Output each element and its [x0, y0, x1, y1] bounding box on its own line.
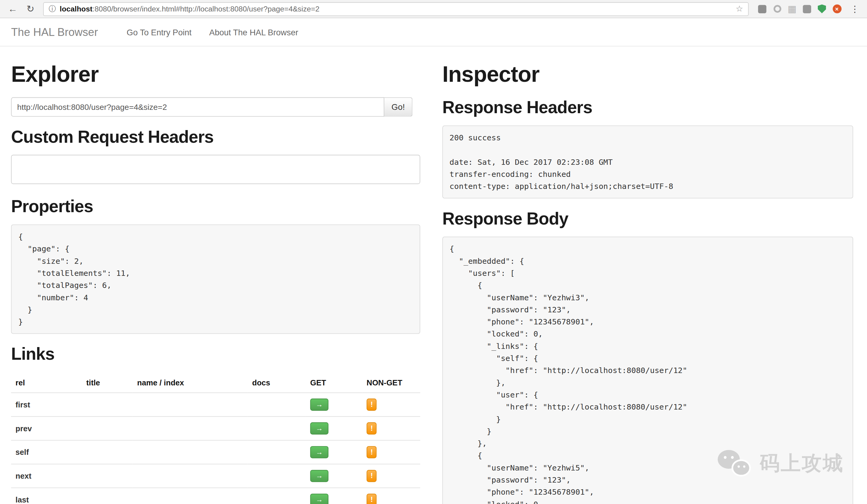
links-table-header: rel title name / index docs GET NON-GET [11, 373, 420, 393]
app-navbar: The HAL Browser Go To Entry Point About … [0, 18, 867, 46]
inspector-title: Inspector [442, 62, 853, 86]
properties-title: Properties [11, 196, 420, 217]
cell-title [82, 440, 133, 464]
cell-non-get: ! [362, 393, 420, 417]
cell-non-get: ! [362, 440, 420, 464]
link-rel-first: first [11, 393, 82, 417]
extension-square-icon [803, 5, 811, 13]
get-arrow-button[interactable]: → [310, 493, 329, 504]
cell-name-index [133, 416, 248, 440]
link-rel-self: self [11, 440, 82, 464]
cell-get: → [306, 464, 362, 488]
inspector-panel: Inspector Response Headers 200 success d… [442, 46, 853, 504]
shield-icon [818, 4, 826, 13]
response-body-title: Response Body [442, 208, 853, 229]
cell-name-index [133, 464, 248, 488]
brand-title: The HAL Browser [11, 26, 98, 38]
extension-circle-icon [773, 5, 781, 13]
back-icon[interactable]: ← [6, 4, 20, 13]
nav-link-about[interactable]: About The HAL Browser [209, 28, 298, 37]
url-text[interactable]: localhost:8080/browser/index.html#http:/… [60, 5, 732, 13]
links-title: Links [11, 344, 420, 365]
cell-non-get: ! [362, 464, 420, 488]
cell-name-index [133, 393, 248, 417]
nav-link-entry-point[interactable]: Go To Entry Point [127, 28, 192, 37]
browser-toolbar: ← ↻ ⓘ localhost:8080/browser/index.html#… [0, 0, 867, 18]
cell-get: → [306, 393, 362, 417]
close-circle-icon: × [833, 4, 841, 13]
cell-name-index [133, 440, 248, 464]
non-get-button[interactable]: ! [366, 446, 377, 458]
non-get-button[interactable]: ! [366, 398, 377, 410]
non-get-button[interactable]: ! [366, 422, 377, 434]
cell-docs [248, 464, 306, 488]
link-rel-last: last [11, 488, 82, 504]
get-arrow-button[interactable]: → [310, 446, 329, 458]
column-header-name-index: name / index [133, 373, 248, 393]
extension-shield-icon[interactable] [817, 4, 826, 13]
extension-close-icon[interactable]: × [832, 4, 842, 13]
non-get-button[interactable]: ! [366, 470, 377, 482]
non-get-button[interactable]: ! [366, 493, 377, 504]
link-rel-next: next [11, 464, 82, 488]
cell-title [82, 416, 133, 440]
page: ← ↻ ⓘ localhost:8080/browser/index.html#… [0, 0, 867, 504]
cell-title [82, 393, 133, 417]
response-headers-title: Response Headers [442, 97, 853, 118]
explorer-panel: Explorer Go! Custom Request Headers Prop… [11, 46, 420, 504]
cell-get: → [306, 488, 362, 504]
page-info-icon[interactable]: ⓘ [49, 4, 56, 14]
explorer-url-input[interactable] [11, 97, 384, 117]
cell-get: → [306, 440, 362, 464]
cell-docs [248, 488, 306, 504]
extension-square-icon [758, 5, 766, 13]
extension-grid-icon[interactable]: ▦ [787, 4, 797, 13]
cell-non-get: ! [362, 416, 420, 440]
cell-docs [248, 416, 306, 440]
cell-title [82, 488, 133, 504]
extension-icons: ▦ × [757, 4, 841, 13]
table-row: next → ! [11, 464, 420, 488]
column-header-docs: docs [248, 373, 306, 393]
column-header-title: title [82, 373, 133, 393]
table-row: self → ! [11, 440, 420, 464]
url-rest: :8080/browser/index.html#http://localhos… [92, 5, 319, 13]
address-bar[interactable]: ⓘ localhost:8080/browser/index.html#http… [43, 2, 749, 16]
extension-icon-4[interactable] [802, 4, 812, 13]
custom-headers-title: Custom Request Headers [11, 127, 420, 147]
table-row: last → ! [11, 488, 420, 504]
get-arrow-button[interactable]: → [310, 470, 329, 482]
links-table: rel title name / index docs GET NON-GET … [11, 373, 420, 504]
column-header-non-get: NON-GET [362, 373, 420, 393]
cell-name-index [133, 488, 248, 504]
table-row: prev → ! [11, 416, 420, 440]
refresh-icon[interactable]: ↻ [23, 4, 38, 13]
bookmark-star-icon[interactable]: ☆ [736, 4, 743, 14]
table-row: first → ! [11, 393, 420, 417]
main-content: Explorer Go! Custom Request Headers Prop… [0, 46, 867, 504]
cell-non-get: ! [362, 488, 420, 504]
cell-docs [248, 393, 306, 417]
cell-get: → [306, 416, 362, 440]
url-host: localhost [60, 5, 93, 13]
get-arrow-button[interactable]: → [310, 398, 329, 410]
cell-docs [248, 440, 306, 464]
explorer-url-form: Go! [11, 97, 420, 117]
extension-icon-1[interactable] [757, 4, 767, 13]
browser-menu-icon[interactable]: ⋮ [848, 4, 861, 14]
link-rel-prev: prev [11, 416, 82, 440]
explorer-title: Explorer [11, 62, 420, 86]
get-arrow-button[interactable]: → [310, 422, 329, 434]
custom-headers-textarea[interactable] [11, 155, 420, 184]
properties-json: { "page": { "size": 2, "totalElements": … [11, 225, 420, 334]
go-button[interactable]: Go! [384, 97, 413, 117]
column-header-get: GET [306, 373, 362, 393]
response-body-box: { "_embedded": { "users": [ { "userName"… [442, 237, 853, 504]
column-header-rel: rel [11, 373, 82, 393]
extension-icon-2[interactable] [772, 4, 782, 13]
response-headers-box: 200 success date: Sat, 16 Dec 2017 02:23… [442, 126, 853, 199]
cell-title [82, 464, 133, 488]
